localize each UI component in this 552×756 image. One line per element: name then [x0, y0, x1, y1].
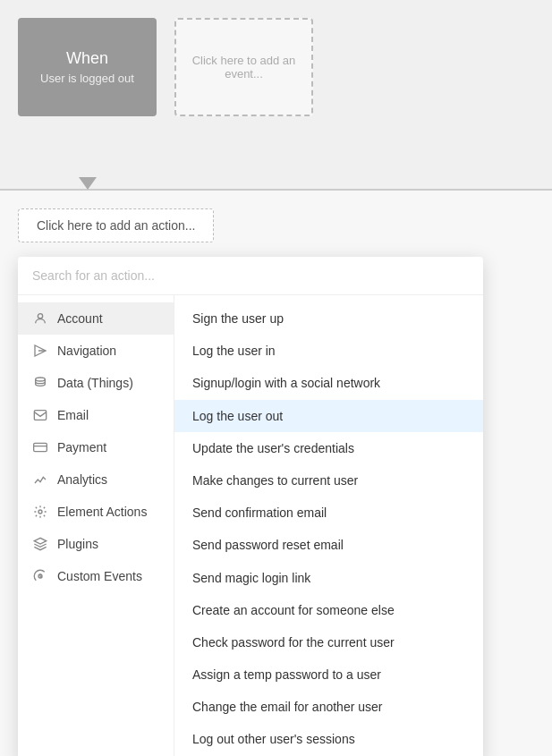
category-item-analytics[interactable]: Analytics: [18, 463, 174, 496]
custom-events-icon: [32, 568, 48, 584]
category-label-custom-events: Custom Events: [57, 569, 142, 583]
when-sub: User is logged out: [40, 72, 134, 85]
category-label-payment: Payment: [57, 440, 106, 454]
svg-rect-3: [34, 443, 47, 451]
action-item[interactable]: Log the user in: [174, 335, 483, 367]
dropdown-body: AccountNavigationData (Things)EmailPayme…: [18, 295, 483, 756]
svg-point-0: [38, 314, 42, 319]
action-panel: Click here to add an action... AccountNa…: [0, 191, 552, 756]
category-label-element-actions: Element Actions: [57, 505, 147, 519]
add-action-button[interactable]: Click here to add an action...: [18, 208, 214, 242]
when-label: When: [66, 49, 108, 68]
add-event-block[interactable]: Click here to add an event...: [174, 18, 313, 116]
action-item[interactable]: Change the email for another user: [174, 691, 483, 723]
category-item-account[interactable]: Account: [18, 302, 174, 335]
action-item[interactable]: Assign a temp password to a user: [174, 658, 483, 691]
action-item[interactable]: Log out other user's sessions: [174, 723, 483, 755]
data-icon: [32, 375, 48, 391]
action-item[interactable]: Check password for the current user: [174, 626, 483, 658]
category-label-email: Email: [57, 408, 89, 422]
canvas-area: When User is logged out Click here to ad…: [0, 0, 552, 166]
category-label-data: Data (Things): [57, 376, 133, 390]
category-label-navigation: Navigation: [57, 344, 116, 358]
action-item[interactable]: Send password reset email: [174, 529, 483, 561]
navigation-icon: [32, 343, 48, 359]
action-item[interactable]: Create an account for someone else: [174, 594, 483, 626]
categories-list: AccountNavigationData (Things)EmailPayme…: [18, 295, 174, 756]
category-item-payment[interactable]: Payment: [18, 431, 174, 463]
action-item[interactable]: Make changes to current user: [174, 464, 483, 497]
plugins-icon: [32, 536, 48, 552]
category-item-element-actions[interactable]: Element Actions: [18, 496, 174, 528]
arrow-down-icon: [79, 177, 97, 190]
email-icon: [32, 407, 48, 423]
category-item-navigation[interactable]: Navigation: [18, 335, 174, 367]
actions-list: Sign the user upLog the user inSignup/lo…: [174, 295, 483, 756]
analytics-icon: [32, 471, 48, 488]
category-label-account: Account: [57, 311, 103, 326]
category-item-data[interactable]: Data (Things): [18, 367, 174, 399]
payment-icon: [32, 439, 48, 455]
arrow-divider: [0, 166, 552, 191]
dropdown-panel: AccountNavigationData (Things)EmailPayme…: [18, 257, 483, 756]
action-item[interactable]: Log the user out: [174, 400, 483, 432]
category-item-email[interactable]: Email: [18, 399, 174, 431]
when-block: When User is logged out: [18, 18, 157, 116]
action-item[interactable]: Send confirmation email: [174, 497, 483, 529]
add-event-label: Click here to add an event...: [185, 54, 302, 81]
category-label-analytics: Analytics: [57, 472, 107, 487]
add-action-label: Click here to add an action...: [37, 218, 195, 233]
action-item[interactable]: Send magic login link: [174, 562, 483, 594]
category-item-custom-events[interactable]: Custom Events: [18, 560, 174, 592]
action-item[interactable]: Sign the user up: [174, 302, 483, 335]
svg-point-4: [38, 510, 42, 514]
svg-point-1: [36, 378, 46, 381]
element-actions-icon: [32, 504, 48, 520]
account-icon: [32, 310, 48, 327]
category-label-plugins: Plugins: [57, 537, 98, 551]
action-item[interactable]: Update the user's credentials: [174, 432, 483, 464]
search-bar: [18, 257, 483, 295]
category-item-plugins[interactable]: Plugins: [18, 528, 174, 560]
search-input[interactable]: [32, 268, 469, 283]
action-item[interactable]: Signup/login with a social network: [174, 367, 483, 399]
svg-rect-2: [34, 411, 46, 420]
